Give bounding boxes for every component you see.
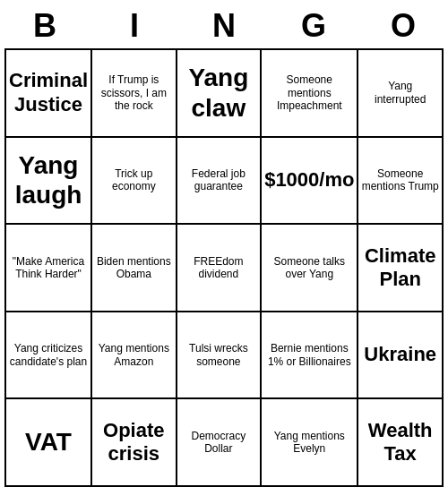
bingo-header: BINGO <box>0 0 448 48</box>
cell-r1-c4[interactable]: Someone mentions Trump <box>358 138 444 226</box>
cell-r2-c4[interactable]: Climate Plan <box>358 225 444 312</box>
cell-r4-c3[interactable]: Yang mentions Evelyn <box>262 399 358 487</box>
cell-r1-c0[interactable]: Yang laugh <box>6 138 92 226</box>
bingo-letter: B <box>0 7 90 45</box>
cell-r4-c2[interactable]: Democracy Dollar <box>177 399 263 487</box>
cell-r3-c0[interactable]: Yang criticizes candidate's plan <box>6 312 92 400</box>
cell-r0-c4[interactable]: Yang interrupted <box>358 50 444 138</box>
bingo-letter: N <box>179 7 269 45</box>
cell-r2-c0[interactable]: "Make America Think Harder" <box>6 225 92 312</box>
cell-r2-c1[interactable]: Biden mentions Obama <box>92 225 177 312</box>
cell-r0-c2[interactable]: Yang claw <box>177 50 263 138</box>
cell-r4-c4[interactable]: Wealth Tax <box>358 399 444 487</box>
bingo-grid: Criminal JusticeIf Trump is scissors, I … <box>4 48 444 487</box>
cell-r4-c0[interactable]: VAT <box>6 399 92 487</box>
cell-r1-c1[interactable]: Trick up economy <box>92 138 177 226</box>
cell-r3-c3[interactable]: Bernie mentions 1% or Billionaires <box>262 312 358 400</box>
cell-r3-c2[interactable]: Tulsi wrecks someone <box>177 312 263 400</box>
cell-r3-c1[interactable]: Yang mentions Amazon <box>92 312 177 400</box>
cell-r0-c1[interactable]: If Trump is scissors, I am the rock <box>92 50 177 138</box>
bingo-letter: I <box>90 7 179 45</box>
cell-r0-c0[interactable]: Criminal Justice <box>6 50 92 138</box>
cell-r0-c3[interactable]: Someone mentions Impeachment <box>262 50 358 138</box>
cell-r4-c1[interactable]: Opiate crisis <box>92 399 177 487</box>
cell-r2-c3[interactable]: Someone talks over Yang <box>262 225 358 312</box>
cell-r1-c3[interactable]: $1000/mo <box>262 138 358 226</box>
bingo-letter: G <box>269 7 358 45</box>
cell-r1-c2[interactable]: Federal job guarantee <box>177 138 263 226</box>
bingo-letter: O <box>358 7 448 45</box>
cell-r3-c4[interactable]: Ukraine <box>358 312 444 400</box>
cell-r2-c2[interactable]: FREEdom dividend <box>177 225 263 312</box>
